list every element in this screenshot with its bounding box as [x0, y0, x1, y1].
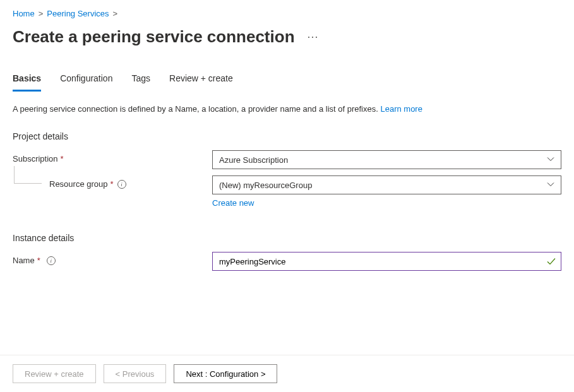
name-input[interactable] [212, 252, 561, 271]
more-actions-button[interactable]: ··· [308, 30, 319, 44]
subscription-select[interactable]: Azure Subscription [212, 150, 561, 169]
resource-group-label: Resource group [49, 179, 108, 189]
tab-basics[interactable]: Basics [13, 73, 41, 92]
breadcrumb-peering-services[interactable]: Peering Services [47, 9, 109, 18]
tab-bar: Basics Configuration Tags Review + creat… [13, 73, 561, 92]
tab-configuration[interactable]: Configuration [60, 73, 112, 92]
chevron-down-icon [547, 181, 554, 190]
info-icon[interactable]: i [117, 180, 126, 189]
breadcrumb-home[interactable]: Home [13, 9, 35, 18]
tree-connector-icon [14, 166, 42, 184]
resource-group-select[interactable]: (New) myResourceGroup [212, 175, 561, 194]
tab-tags[interactable]: Tags [131, 73, 150, 92]
tab-review-create[interactable]: Review + create [169, 73, 233, 92]
info-icon[interactable]: i [47, 256, 56, 265]
breadcrumb-separator: > [113, 9, 118, 18]
subscription-value: Azure Subscription [219, 155, 288, 165]
resource-group-value: (New) myResourceGroup [219, 181, 312, 190]
chevron-down-icon [547, 155, 554, 165]
breadcrumb: Home > Peering Services > [13, 9, 561, 18]
description-text: A peering service connection is defined … [13, 104, 561, 114]
review-create-button: Review + create [13, 364, 96, 383]
breadcrumb-separator: > [39, 9, 44, 18]
check-icon [546, 256, 556, 268]
subscription-label: Subscription [13, 154, 58, 163]
required-indicator: * [111, 179, 114, 189]
previous-button: < Previous [104, 364, 167, 383]
section-project-details: Project details [13, 131, 561, 141]
next-button[interactable]: Next : Configuration > [174, 364, 277, 383]
page-title: Create a peering service connection [13, 27, 295, 47]
learn-more-link[interactable]: Learn more [380, 104, 422, 114]
footer-actions: Review + create < Previous Next : Config… [0, 355, 574, 392]
create-new-resource-group-link[interactable]: Create new [212, 198, 254, 208]
required-indicator: * [37, 256, 40, 265]
required-indicator: * [61, 154, 64, 163]
section-instance-details: Instance details [13, 233, 561, 243]
name-label: Name [13, 256, 35, 265]
